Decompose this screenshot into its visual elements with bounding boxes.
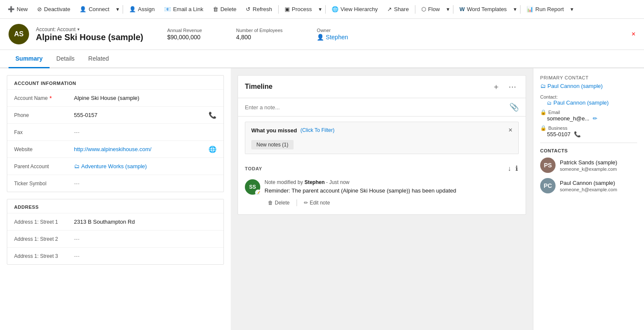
assign-button[interactable]: 👤 Assign <box>125 3 159 15</box>
process-label: Process <box>292 6 312 12</box>
process-button[interactable]: ▣ Process <box>280 3 316 15</box>
word-templates-icon: W <box>459 6 465 12</box>
run-report-chevron[interactable]: ▾ <box>569 3 575 15</box>
delete-button[interactable]: 🗑 Delete <box>209 3 241 15</box>
contact-email-0: someone_k@example.com <box>560 166 617 172</box>
globe-icon[interactable]: 🌐 <box>209 146 217 153</box>
street2-label: Address 1: Street 2 <box>14 236 74 242</box>
connect-chevron[interactable]: ▾ <box>115 3 121 15</box>
new-notes-badge[interactable]: New notes (1) <box>251 140 294 149</box>
field-parent-account: Parent Account 🗂 Adventure Works (sample… <box>7 158 223 175</box>
fax-value: --- <box>74 129 217 135</box>
note-avatar-badge: 📝 <box>255 190 261 196</box>
word-templates-chevron[interactable]: ▾ <box>512 3 518 15</box>
today-label: TODAY ↓ ℹ <box>245 159 519 176</box>
new-button[interactable]: ➕ New <box>3 3 32 15</box>
missed-close-button[interactable]: × <box>509 126 512 134</box>
attach-icon[interactable]: 📎 <box>509 102 519 112</box>
tab-details[interactable]: Details <box>50 50 82 68</box>
connect-button[interactable]: 👤 Connect <box>75 3 113 15</box>
today-label-text: TODAY <box>245 166 262 171</box>
street3-value: --- <box>74 253 217 259</box>
tabs-bar: Summary Details Related <box>0 50 644 68</box>
email-edit-icon[interactable]: ✏ <box>593 115 597 122</box>
employees-value: 4,800 <box>236 34 283 41</box>
field-phone: Phone 555-0157 📞 <box>7 106 223 123</box>
contact-name-link[interactable]: 🗂 Paul Cannon (sample) <box>540 99 637 106</box>
website-label: Website <box>14 146 74 152</box>
business-label: 🔒 Business <box>540 125 637 131</box>
account-name-value: Alpine Ski House (sample) <box>74 95 217 101</box>
contact-name-0[interactable]: Patrick Sands (sample) <box>560 159 617 166</box>
ticker-symbol-label: Ticker Symbol <box>14 181 74 187</box>
email-link-icon: 📧 <box>164 6 171 12</box>
owner-value[interactable]: 👤 Stephen <box>317 34 348 41</box>
field-fax: Fax --- <box>7 123 223 140</box>
ticker-symbol-value: --- <box>74 180 217 187</box>
field-account-name: Account Name * Alpine Ski House (sample) <box>7 89 223 106</box>
field-street2: Address 1: Street 2 --- <box>7 230 223 247</box>
missed-filter[interactable]: (Click To Filter) <box>300 127 335 133</box>
note-avatar: SS 📝 <box>245 179 260 195</box>
note-avatar-initials: SS <box>249 184 256 190</box>
timeline-add-button[interactable]: ＋ <box>490 81 503 93</box>
new-icon: ➕ <box>8 6 15 12</box>
lock-icon-biz: 🔒 <box>540 125 547 131</box>
note-input[interactable] <box>245 104 509 111</box>
header-close-icon[interactable]: × <box>632 30 635 38</box>
contact-avatar-1: PC <box>540 178 556 193</box>
assign-icon: 👤 <box>129 6 136 12</box>
owner-name: Stephen <box>326 34 348 41</box>
toolbar: ➕ New ⊘ Deactivate 👤 Connect ▾ 👤 Assign … <box>0 0 644 19</box>
parent-account-label: Parent Account <box>14 164 74 169</box>
record-header: AS Account: Account ▾ Alpine Ski House (… <box>0 19 644 50</box>
contact-name-1[interactable]: Paul Cannon (sample) <box>560 180 617 186</box>
sep4 <box>415 5 415 14</box>
timeline-title: Timeline <box>245 83 490 91</box>
parent-account-link-text: Adventure Works (sample) <box>81 163 147 169</box>
contact-info-1: Paul Cannon (sample) someone_h@example.c… <box>560 180 617 192</box>
email-link-button[interactable]: 📧 Email a Link <box>160 3 208 15</box>
parent-account-value[interactable]: 🗂 Adventure Works (sample) <box>74 163 217 169</box>
run-report-button[interactable]: 📊 Run Report <box>522 3 568 15</box>
center-panel: Timeline ＋ ⋯ 📎 What you missed (Click To… <box>231 68 533 330</box>
delete-label: Delete <box>221 6 237 12</box>
view-hierarchy-button[interactable]: 🌐 View Hierarchy <box>327 3 382 15</box>
timeline-actions: ＋ ⋯ <box>490 81 519 93</box>
annual-revenue-field: Annual Revenue $90,000,000 <box>167 28 202 41</box>
account-name-label: Account Name * <box>14 95 74 102</box>
breadcrumb[interactable]: Account: Account ▾ <box>36 26 143 32</box>
tab-summary[interactable]: Summary <box>9 50 50 68</box>
timeline-more-button[interactable]: ⋯ <box>506 81 519 92</box>
share-button[interactable]: ↗ Share <box>383 3 413 15</box>
primary-contact-name[interactable]: 🗂 Paul Cannon (sample) <box>540 83 637 89</box>
deactivate-icon: ⊘ <box>37 6 42 12</box>
owner-label: Owner <box>317 28 348 33</box>
account-info-title: ACCOUNT INFORMATION <box>7 76 223 89</box>
note-edit-button[interactable]: ✏ Edit note <box>300 198 333 207</box>
run-report-icon: 📊 <box>526 6 533 12</box>
flow-label: Flow <box>428 6 440 12</box>
flow-chevron[interactable]: ▾ <box>445 3 451 15</box>
tab-related[interactable]: Related <box>82 50 116 68</box>
fax-label: Fax <box>14 129 74 135</box>
share-label: Share <box>394 6 409 12</box>
street3-label: Address 1: Street 3 <box>14 253 74 259</box>
refresh-button[interactable]: ↺ Refresh <box>241 3 276 15</box>
phone-icon[interactable]: 📞 <box>209 111 217 119</box>
avatar-initials: AS <box>14 30 24 38</box>
info-button[interactable]: ℹ <box>515 164 519 173</box>
sep2 <box>278 5 279 14</box>
word-templates-button[interactable]: W Word Templates <box>455 3 511 15</box>
missed-banner: What you missed (Click To Filter) × New … <box>245 122 519 154</box>
flow-button[interactable]: ⬡ Flow <box>417 3 444 15</box>
note-delete-button[interactable]: 🗑 Delete <box>265 198 293 207</box>
contact-field-business: 🔒 Business 555-0107 📞 <box>540 125 637 137</box>
sort-desc-button[interactable]: ↓ <box>507 164 512 173</box>
website-value[interactable]: http://www.alpineskihouse.com/ <box>74 146 209 152</box>
timeline-card: Timeline ＋ ⋯ 📎 What you missed (Click To… <box>238 75 526 215</box>
annual-revenue-value: $90,000,000 <box>167 34 202 41</box>
process-chevron[interactable]: ▾ <box>317 3 323 15</box>
phone-icon-biz[interactable]: 📞 <box>574 131 581 137</box>
deactivate-button[interactable]: ⊘ Deactivate <box>33 3 74 15</box>
